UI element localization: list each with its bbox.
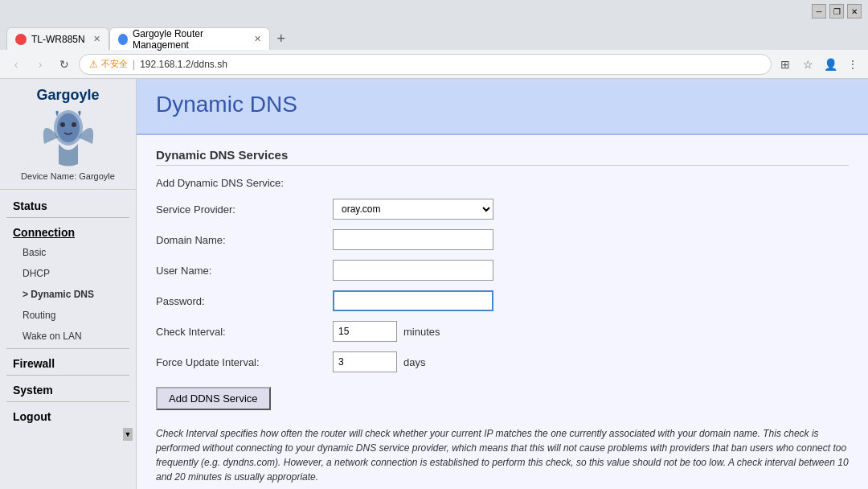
divider-3 bbox=[6, 375, 129, 376]
back-button[interactable]: ‹ bbox=[6, 55, 26, 74]
help-text: Check Interval specifies how often the r… bbox=[156, 426, 849, 484]
main-content: Dynamic DNS Dynamic DNS Services Add Dyn… bbox=[137, 79, 868, 489]
sidebar: Gargoyle bbox=[0, 79, 137, 489]
check-interval-control: minutes bbox=[333, 321, 440, 342]
sidebar-item-firewall[interactable]: Firewall bbox=[0, 351, 136, 373]
svg-point-3 bbox=[60, 122, 65, 127]
page-title: Dynamic DNS bbox=[156, 92, 849, 117]
minimize-button[interactable]: ─ bbox=[812, 4, 826, 18]
help-text-content: specifies how often the router will chec… bbox=[156, 428, 849, 483]
service-provider-select[interactable]: oray.com no-ip.com dyndns.org changeip.c… bbox=[333, 199, 493, 220]
tab-bar: TL-WR885N ✕ Gargoyle Router Management ✕… bbox=[0, 23, 868, 50]
tab1-icon bbox=[15, 34, 27, 45]
translate-icon[interactable]: ⊞ bbox=[776, 55, 794, 73]
domain-name-input[interactable] bbox=[333, 229, 493, 250]
password-row: Password: bbox=[156, 290, 849, 311]
restore-button[interactable]: ❐ bbox=[829, 4, 844, 18]
user-name-input[interactable] bbox=[333, 260, 493, 281]
logo-area: Gargoyle bbox=[0, 79, 136, 190]
check-interval-label: Check Interval: bbox=[156, 326, 333, 338]
app-layout: Gargoyle bbox=[0, 79, 868, 489]
check-interval-input[interactable] bbox=[333, 321, 397, 342]
forward-button[interactable]: › bbox=[31, 55, 50, 74]
service-provider-row: Service Provider: oray.com no-ip.com dyn… bbox=[156, 199, 849, 220]
device-name: Device Name: Gargoyle bbox=[8, 171, 128, 181]
user-name-control bbox=[333, 260, 493, 281]
password-control bbox=[333, 290, 493, 311]
add-service-row: Add Dynamic DNS Service: bbox=[156, 177, 849, 189]
new-tab-button[interactable]: + bbox=[270, 27, 293, 50]
divider-2 bbox=[6, 348, 129, 349]
sidebar-item-dhcp[interactable]: DHCP bbox=[0, 263, 136, 284]
security-warning: 不安全 bbox=[101, 58, 128, 70]
sidebar-item-system[interactable]: System bbox=[0, 377, 136, 400]
account-icon[interactable]: 👤 bbox=[821, 55, 839, 73]
tab-2[interactable]: Gargoyle Router Management ✕ bbox=[109, 27, 270, 50]
sidebar-item-basic[interactable]: Basic bbox=[0, 242, 136, 263]
tab1-label: TL-WR885N bbox=[31, 34, 85, 45]
password-label: Password: bbox=[156, 295, 333, 307]
domain-name-row: Domain Name: bbox=[156, 229, 849, 250]
add-ddns-button[interactable]: Add DDNS Service bbox=[156, 387, 271, 410]
menu-icon[interactable]: ⋮ bbox=[844, 55, 862, 73]
sidebar-item-logout[interactable]: Logout bbox=[0, 404, 136, 426]
tab2-icon bbox=[118, 34, 128, 45]
sidebar-item-dynamic-dns[interactable]: Dynamic DNS bbox=[0, 284, 136, 305]
tab-1[interactable]: TL-WR885N ✕ bbox=[6, 27, 109, 50]
sidebar-item-routing[interactable]: Routing bbox=[0, 305, 136, 326]
reload-button[interactable]: ↻ bbox=[55, 55, 74, 74]
force-update-input[interactable] bbox=[333, 351, 397, 372]
user-name-row: User Name: bbox=[156, 260, 849, 281]
divider-1 bbox=[6, 217, 129, 218]
logo-image bbox=[36, 104, 100, 168]
address-bar: ‹ › ↻ ⚠ 不安全 | 192.168.1.2/ddns.sh ⊞ ☆ 👤 … bbox=[0, 50, 868, 79]
tab1-close[interactable]: ✕ bbox=[93, 34, 100, 44]
tab2-close[interactable]: ✕ bbox=[254, 34, 261, 44]
sidebar-scroll: Gargoyle bbox=[0, 79, 136, 489]
title-bar: ─ ❐ ✕ bbox=[0, 0, 868, 23]
gargoyle-icon bbox=[36, 104, 100, 168]
check-interval-unit: minutes bbox=[403, 326, 440, 338]
divider-4 bbox=[6, 401, 129, 402]
close-button[interactable]: ✕ bbox=[847, 4, 862, 18]
password-input[interactable] bbox=[333, 290, 493, 311]
domain-name-control bbox=[333, 229, 493, 250]
address-text: 192.168.1.2/ddns.sh bbox=[140, 59, 227, 70]
sidebar-item-wake-on-lan[interactable]: Wake on LAN bbox=[0, 326, 136, 347]
tab2-label: Gargoyle Router Management bbox=[133, 28, 246, 51]
force-update-label: Force Update Interval: bbox=[156, 356, 333, 368]
logo-title: Gargoyle bbox=[8, 87, 128, 104]
service-provider-control: oray.com no-ip.com dyndns.org changeip.c… bbox=[333, 199, 493, 220]
sidebar-scroll-down[interactable]: ▼ bbox=[123, 428, 133, 441]
bookmark-icon[interactable]: ☆ bbox=[799, 55, 817, 73]
help-italic-word: Check Interval bbox=[156, 428, 218, 439]
title-bar-controls: ─ ❐ ✕ bbox=[812, 4, 862, 18]
service-provider-label: Service Provider: bbox=[156, 203, 333, 216]
sidebar-item-status[interactable]: Status bbox=[0, 193, 136, 216]
section-title: Dynamic DNS Services bbox=[156, 148, 849, 166]
address-input[interactable]: ⚠ 不安全 | 192.168.1.2/ddns.sh bbox=[79, 54, 772, 75]
force-update-control: days bbox=[333, 351, 425, 372]
domain-name-label: Domain Name: bbox=[156, 234, 333, 246]
force-update-unit: days bbox=[403, 356, 425, 368]
nav-section: Status Connection Basic DHCP Dynamic DNS… bbox=[0, 190, 136, 446]
user-name-label: User Name: bbox=[156, 265, 333, 277]
warning-icon: ⚠ bbox=[89, 59, 98, 70]
check-interval-row: Check Interval: minutes bbox=[156, 321, 849, 342]
svg-point-2 bbox=[57, 113, 80, 142]
content-body: Dynamic DNS Services Add Dynamic DNS Ser… bbox=[137, 135, 868, 489]
force-update-row: Force Update Interval: days bbox=[156, 351, 849, 372]
address-icons: ⊞ ☆ 👤 ⋮ bbox=[776, 55, 862, 73]
svg-point-4 bbox=[72, 122, 76, 127]
add-service-label: Add Dynamic DNS Service: bbox=[156, 177, 333, 189]
page-header: Dynamic DNS bbox=[137, 79, 868, 135]
sidebar-item-connection[interactable]: Connection bbox=[0, 220, 136, 242]
